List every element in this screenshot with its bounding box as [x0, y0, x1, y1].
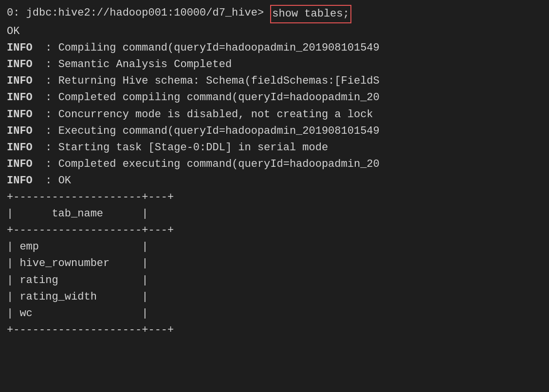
prompt-text: 0: jdbc:hive2://hadoop001:10000/d7_hive> [7, 5, 270, 23]
info-text: Completed compiling command(queryId=hado… [58, 89, 380, 106]
terminal-line: OK [7, 23, 542, 40]
info-prefix: INFO [7, 173, 33, 189]
table-separator: +--------------------+---+ [7, 222, 174, 239]
terminal-line: | emp | [7, 239, 542, 255]
table-row: | emp | [7, 239, 148, 255]
table-row: | rating | [7, 272, 148, 289]
info-separator: : [33, 89, 58, 106]
info-separator: : [33, 173, 58, 189]
terminal-line: INFO : Starting task [Stage-0:DDL] in se… [7, 140, 542, 156]
info-separator: : [33, 40, 58, 56]
ok-text: OK [7, 23, 19, 40]
info-separator: : [33, 140, 58, 156]
info-text: Returning Hive schema: Schema(fieldSchem… [58, 73, 380, 89]
info-prefix: INFO [7, 73, 33, 89]
terminal-line: | rating_width | [7, 289, 542, 305]
info-separator: : [33, 73, 58, 89]
terminal-line: INFO : Concurrency mode is disabled, not… [7, 107, 542, 123]
output-container: OKINFO : Compiling command(queryId=hadoo… [7, 23, 542, 339]
info-separator: : [33, 156, 58, 173]
info-text: Concurrency mode is disabled, not creati… [58, 107, 373, 123]
info-text: Executing command(queryId=hadoopadmin_20… [58, 123, 380, 140]
terminal-line: | rating | [7, 272, 542, 289]
terminal-line: INFO : Returning Hive schema: Schema(fie… [7, 73, 542, 89]
table-header: | tab_name | [7, 206, 148, 222]
terminal-output: 0: jdbc:hive2://hadoop001:10000/d7_hive>… [0, 0, 549, 392]
terminal-line: | hive_rownumber | [7, 255, 542, 272]
table-separator: +--------------------+---+ [7, 322, 174, 339]
info-text: Compiling command(queryId=hadoopadmin_20… [58, 40, 380, 56]
table-row: | wc | [7, 305, 148, 322]
terminal-line: INFO : Completed executing command(query… [7, 156, 542, 173]
info-separator: : [33, 56, 58, 73]
terminal-line: +--------------------+---+ [7, 222, 542, 239]
terminal-line: INFO : Compiling command(queryId=hadoopa… [7, 40, 542, 56]
prompt-line: 0: jdbc:hive2://hadoop001:10000/d7_hive>… [7, 5, 542, 23]
terminal-line: INFO : OK [7, 173, 542, 189]
terminal-line: INFO : Executing command(queryId=hadoopa… [7, 123, 542, 140]
terminal-line: +--------------------+---+ [7, 322, 542, 339]
info-separator: : [33, 123, 58, 140]
info-text: Semantic Analysis Completed [58, 56, 232, 73]
info-separator: : [33, 107, 58, 123]
info-prefix: INFO [7, 56, 33, 73]
info-prefix: INFO [7, 107, 33, 123]
table-row: | hive_rownumber | [7, 255, 148, 272]
info-prefix: INFO [7, 156, 33, 173]
terminal-line: | tab_name | [7, 206, 542, 222]
table-row: | rating_width | [7, 289, 148, 305]
info-text: Completed executing command(queryId=hado… [58, 156, 380, 173]
table-separator: +--------------------+---+ [7, 189, 174, 206]
info-text: OK [58, 173, 71, 189]
info-prefix: INFO [7, 89, 33, 106]
terminal-line: INFO : Semantic Analysis Completed [7, 56, 542, 73]
command-text: show tables; [270, 5, 351, 23]
info-prefix: INFO [7, 140, 33, 156]
info-prefix: INFO [7, 123, 33, 140]
terminal-line: INFO : Completed compiling command(query… [7, 89, 542, 106]
terminal-line: +--------------------+---+ [7, 189, 542, 206]
terminal-line: | wc | [7, 305, 542, 322]
info-prefix: INFO [7, 40, 33, 56]
info-text: Starting task [Stage-0:DDL] in serial mo… [58, 140, 329, 156]
